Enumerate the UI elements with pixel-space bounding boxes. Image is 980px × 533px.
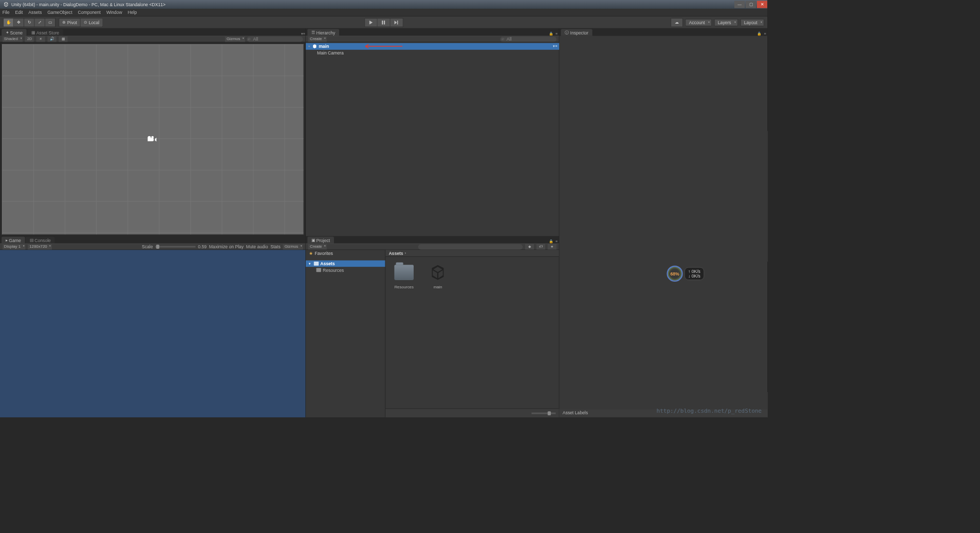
network-speeds: ↑ 0K/s ↓ 0K/s [685, 267, 704, 280]
step-button[interactable] [390, 18, 403, 27]
audio-toggle-icon[interactable]: 🔊 [48, 36, 57, 42]
tab-game[interactable]: ▸ Game [2, 236, 25, 243]
menu-gameobject[interactable]: GameObject [47, 10, 72, 15]
hand-tool-button[interactable]: ✋ [3, 18, 13, 27]
layout-dropdown[interactable]: Layout [741, 19, 764, 26]
game-view[interactable] [0, 250, 305, 417]
tab-project[interactable]: ▣ Project [307, 236, 334, 243]
scene-options-icon[interactable]: ▾≡ [553, 44, 557, 48]
scene-name-label: main [319, 44, 329, 48]
play-button[interactable] [364, 18, 377, 27]
menu-component[interactable]: Component [78, 10, 101, 15]
hierarchy-item-main-camera[interactable]: Main Camera [306, 49, 559, 56]
tab-hierarchy[interactable]: ☰ Hierarchy [307, 29, 339, 35]
mute-audio-toggle[interactable]: Mute audio [246, 244, 268, 249]
shaded-dropdown[interactable]: Shaded [3, 36, 23, 42]
project-panel-tabs: ▣ Project 🔒≡ [306, 236, 559, 244]
scale-slider[interactable] [155, 246, 195, 247]
inspector-body: Asset Labels [559, 36, 767, 417]
tab-scene[interactable]: ✦ Scene [2, 29, 27, 35]
menu-edit[interactable]: Edit [15, 10, 23, 15]
hierarchy-tree[interactable]: ▾ main ▾≡ Main Camera [306, 42, 559, 236]
window-titlebar: Unity (64bit) - main.unity - DialogDemo … [0, 0, 767, 9]
panel-menu-icon[interactable]: ≡ [554, 32, 559, 36]
menu-assets[interactable]: Assets [28, 10, 42, 15]
window-controls: — ▢ ✕ [733, 1, 767, 8]
panel-lock-icon[interactable]: 🔒 [757, 32, 762, 36]
local-toggle[interactable]: ⊙ Local [81, 18, 103, 27]
thumbnail-size-slider[interactable] [531, 412, 556, 414]
asset-item-main[interactable]: main [425, 263, 451, 289]
scene-search-input[interactable]: All [247, 36, 303, 42]
watermark-text: http://blog.csdn.net/p_redStone [657, 408, 762, 414]
stats-toggle[interactable]: Stats [270, 244, 281, 249]
account-dropdown[interactable]: Account [686, 19, 712, 26]
pause-button[interactable] [377, 18, 390, 27]
transform-tools: ✋ ✥ ↻ ⤢ ▭ [3, 18, 56, 27]
expand-icon[interactable]: ▾ [308, 45, 312, 48]
tab-asset-store[interactable]: ▦ Asset Store [27, 29, 63, 35]
project-footer [385, 409, 559, 417]
hierarchy-item-label: Main Camera [317, 50, 344, 55]
camera-gizmo-icon[interactable] [146, 136, 156, 144]
tab-console[interactable]: ▤ Console [26, 236, 55, 243]
folder-icon [316, 268, 321, 272]
close-button[interactable]: ✕ [757, 1, 767, 8]
unity-scene-icon [312, 44, 317, 48]
resolution-dropdown[interactable]: 1280x720 [28, 244, 52, 249]
unity-scene-icon [427, 263, 449, 283]
project-breadcrumb[interactable]: Assets› [385, 250, 559, 256]
maximize-on-play-toggle[interactable]: Maximize on Play [209, 244, 244, 249]
filter-by-label-icon[interactable]: 🏷 [537, 244, 545, 249]
game-gizmos-dropdown[interactable]: Gizmos [283, 244, 303, 249]
svg-rect-1 [384, 21, 385, 25]
network-monitor-widget[interactable]: 68% ↑ 0K/s ↓ 0K/s [667, 266, 715, 282]
svg-rect-2 [397, 21, 398, 25]
mode-2d-toggle[interactable]: 2D [25, 36, 34, 42]
move-tool-button[interactable]: ✥ [14, 18, 24, 27]
game-toolbar: Display 1 1280x720 Scale 0.59 Maximize o… [0, 244, 305, 250]
scale-tool-button[interactable]: ⤢ [34, 18, 45, 27]
panel-menu-icon[interactable]: ≡ [554, 240, 559, 244]
rect-tool-button[interactable]: ▭ [45, 18, 56, 27]
cloud-button[interactable]: ☁ [671, 18, 682, 27]
rotate-tool-button[interactable]: ↻ [24, 18, 34, 27]
scene-view[interactable] [2, 44, 304, 234]
panel-lock-icon[interactable]: 🔒 [548, 240, 553, 244]
favorites-header[interactable]: ★Favorites [306, 250, 385, 257]
minimize-button[interactable]: — [734, 1, 745, 8]
project-sidebar[interactable]: ★Favorites ▾ Assets Resources [306, 250, 385, 417]
hierarchy-scene-row[interactable]: ▾ main ▾≡ [306, 43, 559, 50]
menu-help[interactable]: Help [128, 10, 137, 15]
expand-icon[interactable]: ▾ [309, 262, 313, 265]
hierarchy-create-dropdown[interactable]: Create [308, 36, 327, 42]
project-tree-resources[interactable]: Resources [306, 267, 385, 273]
maximize-button[interactable]: ▢ [746, 1, 756, 8]
menu-file[interactable]: File [3, 10, 10, 15]
unity-logo-icon [3, 2, 9, 7]
scene-toolbar: Shaded 2D ☀ 🔊 ▦ Gizmos All [0, 36, 305, 43]
asset-grid[interactable]: Resources main [385, 257, 559, 409]
layers-dropdown[interactable]: Layers [714, 19, 738, 26]
fx-toggle-icon[interactable]: ▦ [59, 36, 68, 42]
lighting-toggle-icon[interactable]: ☀ [36, 36, 45, 42]
filter-by-type-icon[interactable]: ◆ [525, 244, 534, 249]
network-percent-ring: 68% [667, 266, 682, 282]
panel-menu-icon[interactable]: ≡ [763, 32, 767, 36]
pivot-toggle[interactable]: ⊕ Pivot [59, 18, 81, 27]
main-toolbar: ✋ ✥ ↻ ⤢ ▭ ⊕ Pivot ⊙ Local ☁ Account Laye… [0, 16, 767, 28]
panel-lock-icon[interactable]: 🔒 [548, 32, 553, 36]
panel-menu-icon[interactable]: ▾≡ [301, 32, 305, 36]
gizmos-dropdown[interactable]: Gizmos [225, 36, 245, 42]
menu-window[interactable]: Window [106, 10, 122, 15]
tab-inspector[interactable]: ⓘ Inspector [561, 29, 593, 35]
hierarchy-search-input[interactable]: All [500, 36, 557, 42]
project-create-dropdown[interactable]: Create [308, 244, 327, 249]
save-search-icon[interactable]: ★ [548, 244, 557, 249]
asset-item-resources[interactable]: Resources [391, 263, 417, 289]
project-search-input[interactable] [418, 244, 523, 249]
window-title: Unity (64bit) - main.unity - DialogDemo … [11, 2, 165, 7]
display-dropdown[interactable]: Display 1 [3, 244, 26, 249]
scale-value: 0.59 [198, 244, 207, 249]
project-tree-assets[interactable]: ▾ Assets [306, 261, 385, 267]
